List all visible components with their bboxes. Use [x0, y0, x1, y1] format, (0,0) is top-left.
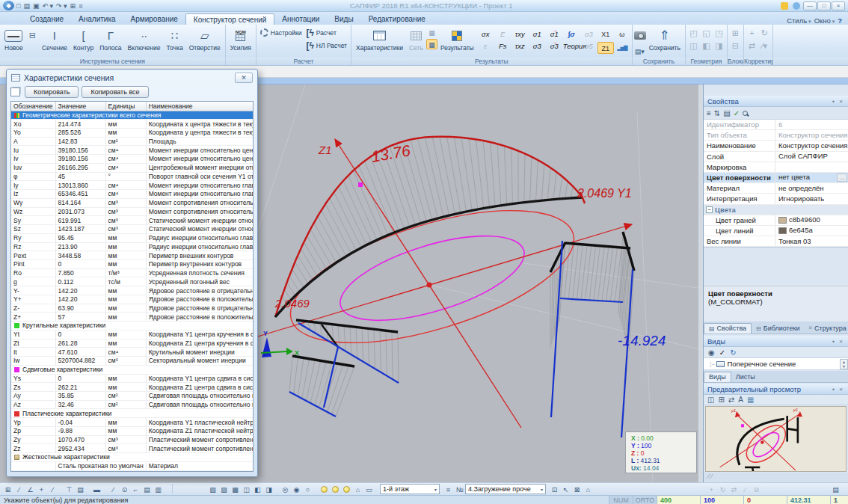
view-paste-icon[interactable]: ▨ [218, 484, 230, 494]
table-row[interactable]: Wz2031.073см³Момент сопротивления относи… [11, 207, 254, 216]
column-header[interactable]: Наименование [146, 102, 254, 111]
categorize-icon[interactable]: ≡ [707, 109, 711, 117]
block-create-icon[interactable]: ⊞ [729, 27, 742, 38]
fit-window-icon[interactable]: ⊠ [571, 484, 583, 494]
corner-menu-item[interactable]: Стиль [787, 16, 811, 25]
cursor-icon[interactable]: ↖ [560, 484, 571, 494]
sheet-icon[interactable]: ▤ [75, 484, 86, 494]
preview-pin-icon[interactable]: ▪ [832, 386, 836, 393]
table-row[interactable]: A142.83см²Площадь [11, 137, 254, 146]
draw-corner-icon[interactable]: ⌐ [130, 484, 141, 494]
table-row[interactable]: Сталь прокатная по умолчанМатериал [11, 461, 254, 470]
views-tab-Листы[interactable]: Листы [731, 372, 760, 382]
geometry-split-icon[interactable]: ◫ [687, 40, 700, 51]
section-characteristics-dialog[interactable]: Характеристики сечения ✕ Копировать Копи… [6, 69, 258, 477]
dock-tab-Свойства[interactable]: ▤Свойства [704, 323, 752, 334]
table-row[interactable]: Iv39180.156см⁴Момент инерции относительн… [11, 155, 254, 164]
views-tab-Виды[interactable]: Виды [704, 372, 731, 382]
result-item-σ3[interactable]: σ3 [580, 28, 597, 40]
search-icon[interactable] [743, 111, 748, 116]
ribbon-tab-5[interactable]: Аннотации [274, 13, 327, 25]
save-button[interactable]: ⇑ Сохранить [646, 25, 683, 57]
property-row[interactable]: Тип объектаКонструктор сечения [704, 130, 848, 141]
block-explode-icon[interactable]: ⊟ [729, 40, 742, 51]
snap-move-icon[interactable]: + [36, 484, 47, 494]
views-panel-header[interactable]: Виды ▪ × [704, 336, 848, 347]
copy-button[interactable]: Копировать [25, 86, 79, 98]
bulb-small-icon[interactable] [343, 486, 350, 493]
notification-icon[interactable] [781, 2, 788, 10]
save-file-icon[interactable]: ▣ [32, 2, 40, 10]
result-item-Теория[interactable]: Теория [563, 40, 580, 52]
x1-diagram-button[interactable]: X1 [597, 28, 614, 40]
preview-axes-icon[interactable]: ⊞ [718, 396, 724, 404]
table-row[interactable]: Y+142.20ммЯдровое расстояние в положител… [11, 295, 254, 304]
property-row[interactable]: Маркировка [704, 162, 848, 173]
result-item-E[interactable]: E [494, 28, 511, 40]
maximize-button[interactable]: □ [817, 1, 831, 10]
preview-dim-icon[interactable]: ⇄ [728, 396, 734, 404]
table-row[interactable]: Zt261.28ммКоордината Z1 центра кручения … [11, 339, 254, 348]
result-item-σ1[interactable]: σ1 [529, 28, 546, 40]
forces-button[interactable]: NQM Усилия [227, 25, 254, 57]
preview-image-icon[interactable]: ▦ [747, 396, 754, 404]
new-file-icon[interactable]: □ [16, 2, 21, 10]
view-tree-item[interactable]: Поперечное сечение [727, 360, 796, 368]
result-item-Fs[interactable]: Fs [494, 40, 511, 52]
view-spinner[interactable]: ▲▼ [840, 359, 848, 369]
load-case-select[interactable]: 4.Загружение проче▾ [465, 484, 546, 494]
ellipsis-button[interactable]: … [837, 173, 847, 182]
snap-grid-icon[interactable]: ⊞ [2, 484, 13, 494]
dialog-title-bar[interactable]: Характеристики сечения ✕ [7, 70, 257, 84]
home-icon[interactable]: ⌂ [352, 484, 363, 494]
floor-select[interactable]: 1-й этаж▾ [380, 484, 440, 494]
bulb-on-icon[interactable] [321, 486, 328, 493]
table-row[interactable]: Zy1070.470см³Пластический момент сопроти… [11, 435, 254, 444]
property-row[interactable]: Цвет гранейc8b49600 [704, 215, 848, 226]
preview-close-icon[interactable]: × [839, 386, 844, 393]
save-table-icon[interactable]: ▤▾ [634, 46, 645, 56]
slash-icon[interactable]: ∕ [740, 484, 751, 494]
table-row[interactable]: Wy814.164см³Момент сопротивления относит… [11, 198, 254, 207]
table-row[interactable]: Z-63.90ммЯдровое расстояние в отрицатель… [11, 304, 254, 313]
table-row[interactable]: Y-142.20ммЯдровое расстояние в отрицател… [11, 286, 254, 295]
copy-icon[interactable] [10, 87, 20, 96]
number-icon[interactable]: № [454, 484, 465, 494]
draw-circle-icon[interactable]: ⊙ [119, 484, 130, 494]
scale-icon[interactable]: ⇄ [728, 484, 740, 494]
result-item-τxz[interactable]: τxz [511, 40, 529, 52]
table-row[interactable]: Zz2952.434см³Пластический момент сопроти… [11, 444, 254, 453]
views-pin-icon[interactable]: ▪ [832, 338, 836, 345]
paste-spec-icon[interactable]: ▤ [141, 484, 153, 494]
result-item-σ3[interactable]: σ3 [546, 40, 563, 52]
property-row[interactable]: Материалне определён [704, 183, 848, 194]
geometry-merge-icon[interactable]: ◧ [700, 40, 713, 51]
ribbon-tab-4[interactable]: Конструктор сечений [185, 13, 275, 25]
table-row[interactable]: Rz213.90ммРадиус инерции относительно гл… [11, 242, 254, 251]
property-group[interactable]: −Цвета [704, 205, 848, 215]
table-row[interactable]: Ry95.45ммРадиус инерции относительно гла… [11, 233, 254, 242]
rotate-icon[interactable]: ↻ [717, 484, 728, 494]
ribbon-tab-2[interactable]: Аналитика [71, 13, 123, 25]
nl-calc-button[interactable]: [ϟ НЛ Расчет [304, 40, 349, 51]
table-row[interactable]: Ys0ммКоордината Y1 центра сдвига в систе… [11, 374, 254, 383]
snap-line-icon[interactable]: ∕ [47, 484, 58, 494]
table-section-row[interactable]: Жесткостные характеристики [11, 453, 254, 462]
chart-button[interactable]: ▂▅▇ [614, 42, 630, 54]
result-item-τxy[interactable]: τxy [511, 28, 529, 40]
views-close-icon[interactable]: × [839, 338, 844, 345]
results-button[interactable]: Результаты [437, 25, 477, 57]
table-row[interactable]: φ45°Поворот главной оси сечения Y1 отно [11, 172, 254, 181]
adjust-rotate-icon[interactable]: ↻ [758, 27, 771, 38]
property-row[interactable]: Цвет поверхностинет цвета… [704, 173, 848, 183]
mirror-icon[interactable]: ⊘ [751, 484, 762, 494]
table-row[interactable]: It47.610см⁴Крутильный момент инерции [11, 348, 254, 357]
table-row[interactable]: Sy619.991см³Статический момент инерции о… [11, 216, 254, 225]
table-row[interactable]: Iy13013.860см⁴Момент инерции относительн… [11, 181, 254, 190]
ribbon-tab-3[interactable]: Армирование [123, 13, 185, 25]
view-check-icon[interactable]: ✓ [719, 348, 725, 357]
table-row[interactable]: Pint0ммПериметр внутренних контуров [11, 259, 254, 268]
view-left-icon[interactable]: ◧ [252, 484, 263, 494]
adjust-move-icon[interactable]: + [746, 27, 758, 38]
result-item-σx[interactable]: σx [477, 28, 494, 40]
